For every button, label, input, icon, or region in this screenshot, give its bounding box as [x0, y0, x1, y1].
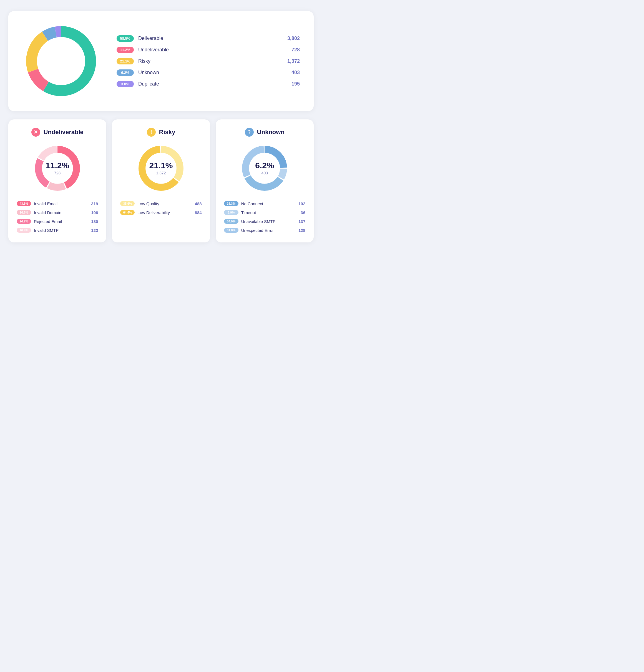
legend-count-deliverable: 3,802	[287, 36, 300, 41]
sub-card-header-risky: ! Risky	[120, 128, 202, 136]
sub-legend-name: Timeout	[241, 210, 298, 215]
mini-donut-count-undeliverable: 728	[46, 171, 69, 175]
sub-badge: 14.6%	[17, 210, 31, 215]
sub-card-undeliverable: ✕ Undeliverable 11.2% 728 43.8% Invalid …	[8, 119, 106, 242]
sub-card-title-unknown: Unknown	[257, 129, 284, 136]
sub-legend-count: 123	[91, 228, 98, 233]
sub-legend-name: No Connect	[241, 201, 296, 206]
legend-name-duplicate: Duplicate	[138, 81, 287, 87]
sub-card-unknown: ? Unknown 6.2% 403 25.3% No Connect 102 …	[216, 119, 314, 242]
sub-legend-row-risky-low-deliverability: 64.4% Low Deliverability 884	[120, 210, 202, 215]
mini-donut-count-risky: 1,372	[149, 171, 173, 175]
sub-badge: 25.3%	[224, 201, 239, 206]
mini-donut-unknown: 6.2% 403	[240, 143, 290, 193]
main-legend: 58.5% Deliverable 3,802 11.2% Undelivera…	[117, 35, 300, 87]
sub-legend-name: Invalid SMTP	[34, 228, 88, 233]
sub-legend-count: 102	[299, 201, 305, 206]
legend-name-unknown: Unknown	[138, 70, 287, 75]
mini-donut-percent-risky: 21.1%	[149, 161, 173, 170]
legend-badge-risky: 21.1%	[117, 58, 134, 64]
sub-legend-row-unknown-no-connect: 25.3% No Connect 102	[224, 201, 305, 206]
legend-badge-undeliverable: 11.2%	[117, 47, 134, 53]
sub-legend-count: 128	[299, 228, 305, 233]
legend-count-unknown: 403	[291, 70, 300, 75]
legend-row-duplicate: 3.0% Duplicate 195	[117, 81, 300, 87]
mini-donut-risky: 21.1% 1,372	[136, 143, 186, 193]
sub-legend-undeliverable: 43.8% Invalid Email 319 14.6% Invalid Do…	[17, 201, 98, 233]
mini-donut-center-undeliverable: 11.2% 728	[46, 161, 69, 175]
sub-card-title-risky: Risky	[159, 129, 175, 136]
sub-legend-name: Rejected Email	[34, 219, 88, 224]
sub-legend-risky: 35.6% Low Quality 488 64.4% Low Delivera…	[120, 201, 202, 215]
sub-legend-row-unknown-timeout: 8.9% Timeout 36	[224, 210, 305, 215]
sub-legend-count: 36	[301, 210, 305, 215]
mini-donut-center-risky: 21.1% 1,372	[149, 161, 173, 175]
sub-legend-row-unknown-unexpected-error: 31.8% Unexpected Error 128	[224, 228, 305, 233]
legend-row-unknown: 6.2% Unknown 403	[117, 69, 300, 76]
sub-legend-name: Invalid Domain	[34, 210, 88, 215]
legend-badge-deliverable: 58.5%	[117, 35, 134, 41]
sub-legend-name: Unavailable SMTP	[241, 219, 296, 224]
sub-icon-undeliverable: ✕	[32, 128, 40, 136]
legend-count-duplicate: 195	[291, 81, 300, 87]
sub-legend-row-undeliverable-invalid-smtp: 16.9% Invalid SMTP 123	[17, 228, 98, 233]
mini-donut-center-unknown: 6.2% 403	[255, 161, 274, 175]
mini-donut-percent-unknown: 6.2%	[255, 161, 274, 170]
sub-legend-name: Unexpected Error	[241, 228, 296, 233]
sub-legend-unknown: 25.3% No Connect 102 8.9% Timeout 36 34.…	[224, 201, 305, 233]
legend-count-risky: 1,372	[287, 58, 300, 64]
sub-legend-row-risky-low-quality: 35.6% Low Quality 488	[120, 201, 202, 206]
legend-count-undeliverable: 728	[291, 47, 300, 53]
legend-row-risky: 21.1% Risky 1,372	[117, 58, 300, 64]
sub-legend-row-undeliverable-invalid-domain: 14.6% Invalid Domain 106	[17, 210, 98, 215]
sub-badge: 43.8%	[17, 201, 31, 206]
sub-badge: 8.9%	[224, 210, 239, 215]
legend-row-undeliverable: 11.2% Undeliverable 728	[117, 47, 300, 53]
sub-badge: 34.0%	[224, 219, 239, 224]
sub-legend-count: 137	[299, 219, 305, 224]
mini-donut-percent-undeliverable: 11.2%	[46, 161, 69, 170]
sub-badge: 35.6%	[120, 201, 135, 206]
sub-cards-grid: ✕ Undeliverable 11.2% 728 43.8% Invalid …	[8, 119, 314, 242]
legend-badge-duplicate: 3.0%	[117, 81, 134, 87]
legend-name-undeliverable: Undeliverable	[138, 47, 287, 53]
sub-legend-count: 106	[91, 210, 98, 215]
sub-card-risky: ! Risky 21.1% 1,372 35.6% Low Quality 48…	[112, 119, 210, 242]
main-donut-chart	[22, 22, 100, 100]
sub-legend-count: 884	[195, 210, 202, 215]
sub-icon-unknown: ?	[245, 128, 254, 136]
sub-badge: 24.7%	[17, 219, 31, 224]
sub-legend-name: Low Quality	[137, 201, 192, 206]
overview-card: 58.5% Deliverable 3,802 11.2% Undelivera…	[8, 11, 314, 111]
legend-name-deliverable: Deliverable	[138, 36, 283, 41]
sub-legend-name: Invalid Email	[34, 201, 88, 206]
sub-icon-risky: !	[147, 128, 156, 136]
sub-legend-count: 319	[91, 201, 98, 206]
sub-card-header-unknown: ? Unknown	[224, 128, 305, 136]
main-donut-svg	[22, 22, 100, 100]
sub-legend-row-unknown-unavailable-smtp: 34.0% Unavailable SMTP 137	[224, 219, 305, 224]
sub-badge: 16.9%	[17, 228, 31, 233]
sub-badge: 31.8%	[224, 228, 239, 233]
sub-legend-count: 180	[91, 219, 98, 224]
sub-card-title-undeliverable: Undeliverable	[44, 129, 84, 136]
sub-legend-name: Low Deliverability	[137, 210, 192, 215]
sub-legend-count: 488	[195, 201, 202, 206]
mini-donut-count-unknown: 403	[255, 171, 274, 175]
legend-row-deliverable: 58.5% Deliverable 3,802	[117, 35, 300, 41]
mini-donut-undeliverable: 11.2% 728	[33, 143, 83, 193]
legend-name-risky: Risky	[138, 58, 283, 64]
legend-badge-unknown: 6.2%	[117, 69, 134, 76]
sub-legend-row-undeliverable-rejected-email: 24.7% Rejected Email 180	[17, 219, 98, 224]
sub-badge: 64.4%	[120, 210, 135, 215]
sub-card-header-undeliverable: ✕ Undeliverable	[17, 128, 98, 136]
sub-legend-row-undeliverable-invalid-email: 43.8% Invalid Email 319	[17, 201, 98, 206]
